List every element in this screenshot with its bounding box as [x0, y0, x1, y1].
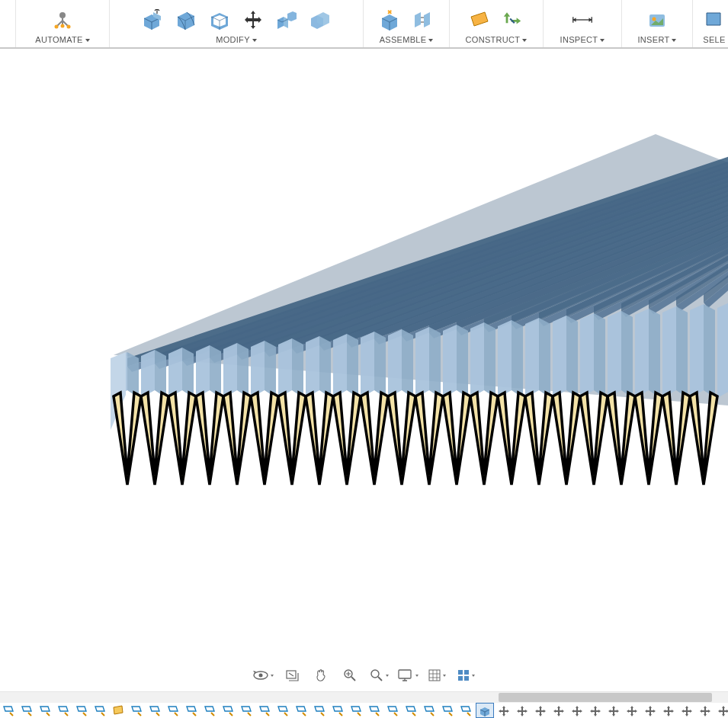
- pan-icon: [313, 668, 329, 683]
- joint-icon: [411, 9, 435, 30]
- select-label-text: SELE: [703, 35, 725, 44]
- measure-icon: [570, 9, 595, 30]
- automate-icon: [50, 9, 75, 30]
- timeline-item-move[interactable]: [605, 704, 622, 717]
- automate-label-text: AUTOMATE: [35, 35, 83, 44]
- timeline-item-sketch[interactable]: [329, 704, 346, 717]
- timeline-item-sketch[interactable]: [293, 704, 309, 717]
- timeline-item-sketch[interactable]: [128, 704, 145, 717]
- timeline-item-sketch[interactable]: [402, 704, 419, 717]
- chevron-down-icon: [672, 39, 676, 42]
- construct-axis-button[interactable]: [501, 9, 525, 30]
- timeline-item-sketch[interactable]: [37, 704, 53, 717]
- new-component-button[interactable]: [377, 9, 402, 30]
- shell-button[interactable]: [207, 9, 232, 30]
- timeline-item-move[interactable]: [569, 704, 585, 717]
- timeline-area: [0, 691, 728, 718]
- insert-label-text: INSERT: [638, 35, 670, 44]
- timeline-item-sketch[interactable]: [220, 704, 236, 717]
- align-button[interactable]: [274, 9, 299, 30]
- svg-rect-315: [458, 676, 463, 681]
- inspect-label-text: INSPECT: [560, 35, 598, 44]
- combine-icon: [308, 9, 332, 30]
- timeline-item-move[interactable]: [715, 704, 728, 717]
- combine-button[interactable]: [308, 9, 332, 30]
- viewports-button[interactable]: [455, 667, 476, 684]
- joint-button[interactable]: [411, 9, 435, 30]
- fillet-button[interactable]: [174, 9, 198, 30]
- 3d-viewport[interactable]: [0, 49, 728, 692]
- timeline-item-move[interactable]: [697, 704, 714, 717]
- timeline-item-sketch[interactable]: [384, 704, 401, 717]
- modify-group-label[interactable]: MODIFY: [216, 34, 257, 46]
- grid-button[interactable]: [426, 667, 447, 684]
- timeline-item-sketch[interactable]: [165, 704, 181, 717]
- svg-rect-312: [429, 670, 440, 681]
- svg-rect-6: [707, 13, 720, 25]
- timeline-item-sketch[interactable]: [256, 704, 273, 717]
- fit-button[interactable]: [368, 667, 390, 684]
- inspect-group-label[interactable]: INSPECT: [560, 34, 605, 46]
- insert-group-label[interactable]: INSERT: [638, 34, 677, 46]
- timeline-item-move[interactable]: [678, 704, 695, 717]
- construct-group-label[interactable]: CONSTRUCT: [466, 34, 528, 46]
- scrollbar-horizontal[interactable]: [0, 692, 728, 703]
- select-button[interactable]: [704, 9, 724, 30]
- svg-rect-313: [458, 670, 463, 675]
- timeline-item-move[interactable]: [495, 704, 512, 717]
- timeline-item-sketch[interactable]: [439, 704, 456, 717]
- construct-plane-button[interactable]: [467, 9, 492, 30]
- timeline-item-sketch[interactable]: [18, 704, 35, 717]
- measure-button[interactable]: [570, 9, 595, 30]
- timeline-item-sketch[interactable]: [146, 704, 163, 717]
- insert-button[interactable]: [645, 9, 669, 30]
- timeline-item-sketch[interactable]: [274, 704, 291, 717]
- zoom-button[interactable]: [339, 667, 361, 684]
- timeline-item-plane[interactable]: [110, 704, 127, 717]
- assemble-group-label[interactable]: ASSEMBLE: [380, 34, 434, 46]
- timeline-item-sketch[interactable]: [73, 704, 90, 717]
- timeline-item-move[interactable]: [660, 704, 677, 717]
- viewports-icon: [457, 668, 470, 682]
- automate-button[interactable]: [50, 9, 75, 30]
- timeline-item-sketch[interactable]: [421, 704, 438, 717]
- timeline-item-sketch[interactable]: [348, 704, 364, 717]
- svg-rect-314: [464, 670, 469, 675]
- timeline-item-sketch[interactable]: [311, 704, 328, 717]
- timeline-item-move[interactable]: [550, 704, 567, 717]
- timeline-item-sketch[interactable]: [0, 704, 17, 717]
- timeline-item-sketch[interactable]: [55, 704, 72, 717]
- timeline-item-sketch[interactable]: [201, 704, 218, 717]
- svg-point-0: [59, 12, 66, 18]
- toolbar-group-automate: AUTOMATE: [16, 0, 110, 47]
- timeline-item-move[interactable]: [514, 704, 531, 717]
- timeline[interactable]: [0, 703, 728, 718]
- automate-group-label[interactable]: AUTOMATE: [35, 34, 90, 46]
- select-group-label[interactable]: SELE: [703, 34, 725, 46]
- toolbar-group-construct: CONSTRUCT: [450, 0, 544, 47]
- display-settings-button[interactable]: [397, 667, 419, 684]
- timeline-item-extrude[interactable]: [476, 703, 494, 718]
- timeline-item-sketch[interactable]: [183, 704, 200, 717]
- chevron-down-icon: [522, 39, 527, 42]
- orbit-button[interactable]: [252, 667, 274, 684]
- scrollbar-thumb[interactable]: [499, 693, 712, 702]
- timeline-item-sketch[interactable]: [238, 704, 255, 717]
- presspull-icon: [140, 9, 165, 30]
- chevron-down-icon: [472, 675, 475, 677]
- toolbar-group-select: SELE: [693, 0, 728, 47]
- move-button[interactable]: [241, 9, 265, 30]
- pan-button[interactable]: [310, 667, 332, 684]
- presspull-button[interactable]: [140, 9, 165, 30]
- timeline-item-sketch[interactable]: [457, 704, 474, 717]
- svg-point-3: [61, 24, 65, 28]
- timeline-item-move[interactable]: [587, 704, 604, 717]
- lookat-button[interactable]: [281, 667, 303, 684]
- timeline-item-move[interactable]: [624, 704, 640, 717]
- timeline-item-move[interactable]: [532, 704, 549, 717]
- toolbar-group-inspect: INSPECT: [544, 0, 622, 47]
- svg-point-1: [55, 25, 59, 29]
- timeline-item-sketch[interactable]: [91, 704, 108, 717]
- timeline-item-sketch[interactable]: [366, 704, 383, 717]
- timeline-item-move[interactable]: [642, 704, 659, 717]
